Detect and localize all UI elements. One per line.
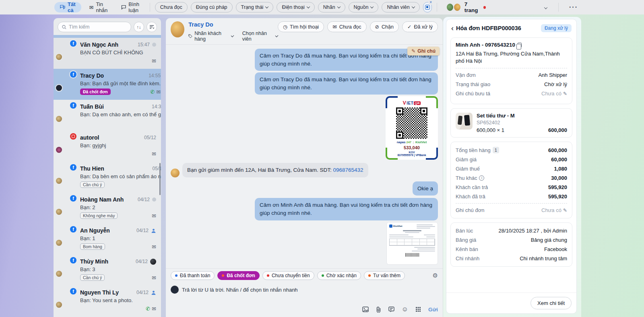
resolved-button[interactable]: ✓Đã xử lý <box>402 21 438 32</box>
filter-label[interactable]: Nhãn <box>318 2 345 12</box>
quick-tags-row: Đã thanh toán Đã chốt đơn Chưa chuyển ti… <box>166 268 443 282</box>
apps-grid-button[interactable] <box>415 307 421 312</box>
conversation-item[interactable]: f Văn Ngọc Anh15:47 BẠN CÓ BÚT CHÌ KHÔNG… <box>54 38 161 69</box>
pages-dropdown-button[interactable] <box>542 4 547 10</box>
filter-phone[interactable]: Điện thoại <box>277 2 314 12</box>
avatar: f <box>58 41 75 59</box>
send-button[interactable]: Gửi <box>428 307 438 313</box>
facebook-badge-icon: f <box>70 226 76 233</box>
emoji-button[interactable]: ☺ <box>402 306 408 313</box>
vietqr-logo: VIETQR <box>403 100 421 106</box>
message-input[interactable]: Trả lời từ U là trời. Nhấn / để chọn tin… <box>171 286 438 294</box>
assign-staff-dropdown[interactable]: Chọn nhân viên <box>242 31 278 42</box>
label-badge: Cần chú ý <box>80 274 105 281</box>
sort-button[interactable]: ↑↓ <box>134 22 144 32</box>
more-menu-button[interactable]: ··· <box>564 4 584 11</box>
receipt-table <box>389 239 435 246</box>
find-conversation-button[interactable]: ◷Tìm hội thoại <box>278 21 324 32</box>
envelope-icon: ✉ <box>89 4 94 10</box>
filter-unread[interactable]: Chưa đọc <box>155 2 188 12</box>
totals-card: Tổng tiền hàng1600,000 Giảm giá60,000 Gi… <box>450 142 572 218</box>
filter-staff[interactable]: Nhân viên <box>382 2 419 12</box>
phone-icon: ✆ <box>150 89 155 95</box>
quick-tag[interactable]: Tư vấn thêm <box>364 271 405 280</box>
block-icon: ⊘ <box>375 24 379 30</box>
scrolled-item-edge <box>54 35 161 38</box>
customer-avatar <box>171 169 180 177</box>
image-attach-button[interactable] <box>362 307 369 312</box>
sidebar-search-row: Tìm kiếm ↑↓ <box>54 18 161 35</box>
note-button[interactable]: ✎ Ghi chú <box>407 47 440 56</box>
mail-icon: ✉ <box>152 244 156 250</box>
kiotviet-logo-icon <box>389 224 392 228</box>
copy-icon[interactable] <box>518 43 522 47</box>
search-icon <box>62 25 66 29</box>
customer-label-dropdown[interactable]: Nhãn khách hàng <box>188 31 233 42</box>
chat-title[interactable]: Tracy Do <box>188 21 278 28</box>
page-avatar <box>171 286 179 294</box>
page-badge-icon <box>56 302 62 308</box>
customer-name-phone: Minh Anh - 0976543210 <box>456 42 515 48</box>
conversation-item[interactable]: f Nguyen Thi Ly04/12 Bạn: You sent a pho… <box>54 286 161 317</box>
quick-tag[interactable]: Chờ xác nhận <box>317 271 361 280</box>
quick-tag[interactable]: Đã thanh toán <box>171 271 215 280</box>
back-chevron-icon[interactable]: ‹ <box>451 25 454 32</box>
vietqr-payment-image[interactable]: VIETQR napas 247 | KiotViet 533,040 KOV … <box>386 96 438 160</box>
facebook-badge-icon: f <box>70 288 76 294</box>
tab-all[interactable]: Tất cả <box>54 2 81 12</box>
invoice-status-badge[interactable]: Đang xử lý <box>541 24 572 32</box>
top-filter-bar: Tất cả ✉ Tin nhắn Bình luận Chưa đọc Đún… <box>0 0 644 14</box>
app-window: Tất cả ✉ Tin nhắn Bình luận Chưa đọc Đún… <box>0 0 644 317</box>
conversation-item[interactable]: f Hoàng Nam Anh04/12 Bạn: 2 Không nghe m… <box>54 193 161 224</box>
view-detail-button[interactable]: Xem chi tiết <box>530 297 572 309</box>
info-icon[interactable]: i <box>479 175 484 181</box>
item-count-badge: 1 <box>493 147 499 153</box>
conversation-item[interactable]: autorol05/12 Bạn: gyjghj ✉ <box>54 131 161 162</box>
phone-link[interactable]: 0968765432 <box>333 167 363 173</box>
pages-selector[interactable]: 7 trang <box>442 1 490 13</box>
composer: Trả lời từ U là trời. Nhấn / để chọn tin… <box>166 282 443 317</box>
quick-tag-active[interactable]: Đã chốt đơn <box>217 271 260 280</box>
napas-logo: napas 247 <box>397 140 411 144</box>
block-button[interactable]: ⊘Chặn <box>370 21 399 32</box>
sidebar-scrollbar[interactable] <box>159 163 161 195</box>
product-card[interactable]: Set tiểu thư - M SP652402 600,000 × 1600… <box>450 108 572 138</box>
attachment-button[interactable] <box>376 307 381 313</box>
divider <box>456 203 567 204</box>
tab-messages[interactable]: ✉ Tin nhắn <box>84 2 114 12</box>
page-avatar <box>453 3 461 12</box>
view-options-button[interactable] <box>147 22 157 32</box>
conversation-item[interactable]: f An Nguyễn04/12 Bạn: 1 Bom hàng✉ <box>54 224 161 255</box>
check-icon: ✓ <box>407 24 411 30</box>
receipt-image[interactable]: KiotViet <box>386 222 438 265</box>
pencil-icon[interactable]: ✎ <box>563 91 567 97</box>
tag-settings-button[interactable]: ⚙ <box>433 272 438 279</box>
divider <box>437 3 437 12</box>
avatar <box>58 134 75 152</box>
avatar: f <box>58 165 75 183</box>
conversation-item-selected[interactable]: f Tracy Do14:55 Bạn: Bạn đã gửi một file… <box>54 69 161 100</box>
chevron-down-icon <box>231 34 234 37</box>
message-list[interactable]: ✎ Ghi chú Cảm ơn Tracy Do đã mua hàng. B… <box>166 45 443 268</box>
conversation-item[interactable]: f Tuấn Bùi14:35 Bạn: Dạ em chào anh, em … <box>54 100 161 131</box>
search-input[interactable]: Tìm kiếm <box>58 22 131 32</box>
pencil-icon[interactable]: ✎ <box>563 208 567 213</box>
page-badge-icon <box>56 54 62 60</box>
divider <box>150 3 150 12</box>
quick-tag[interactable]: Chưa chuyển tiền <box>262 271 314 280</box>
chevron-down-icon <box>275 34 278 37</box>
filter-source[interactable]: Nguồn <box>349 2 379 12</box>
mark-unread-button[interactable]: ✉Chưa đọc <box>327 21 366 32</box>
filter-status[interactable]: Trạng thái <box>236 2 274 12</box>
conversation-item[interactable]: f Thu Hien05/12 Bạn: Dạ bên em có sản ph… <box>54 162 161 193</box>
sort-icon: ↑↓ <box>137 25 141 29</box>
avatar: f <box>58 72 75 90</box>
saved-filter-button[interactable]: × <box>423 2 432 12</box>
tab-comments[interactable]: Bình luận <box>116 2 145 12</box>
filter-syntax[interactable]: Đúng cú pháp <box>191 2 233 12</box>
conversation-item[interactable]: f Thùy Minh04/12 Bạn: 3 Cần chú ý✉ <box>54 255 161 286</box>
instagram-badge-icon <box>70 133 76 140</box>
page-badge-icon <box>56 271 62 277</box>
quick-reply-button[interactable] <box>388 307 394 312</box>
search-placeholder: Tìm kiếm <box>69 24 89 30</box>
